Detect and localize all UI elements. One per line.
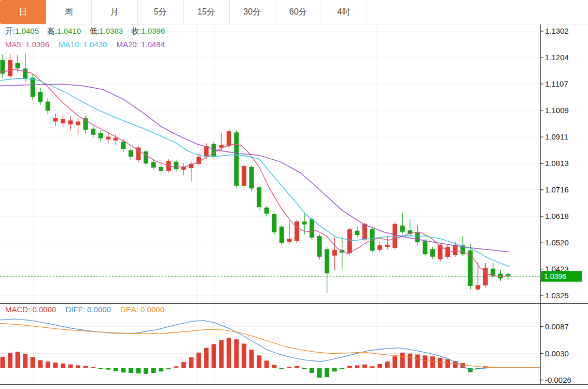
close-value: 1.0396 — [141, 26, 165, 35]
price-axis-label: 1.1204 — [545, 52, 586, 63]
macd-bar — [287, 367, 291, 368]
candle-body — [68, 120, 73, 124]
candle-body — [8, 60, 12, 76]
macd-axis-label: 0.0030 — [545, 349, 586, 359]
macd-bar — [23, 354, 27, 368]
macd-bar — [197, 353, 201, 368]
candle-body — [61, 119, 65, 123]
candle-body — [114, 138, 118, 141]
tab-period-2[interactable]: 月 — [92, 0, 138, 24]
macd-bar — [212, 344, 216, 368]
candle-body — [310, 219, 314, 238]
macd-bar — [302, 368, 307, 369]
candle-body — [212, 144, 216, 157]
tab-label: 5分 — [154, 7, 167, 18]
macd-bar — [166, 368, 171, 369]
macd-bar — [219, 340, 223, 368]
macd-bar — [76, 365, 80, 368]
candle-body — [249, 167, 254, 188]
candle-body — [46, 102, 50, 111]
ma-legend-item: MA10: 1.0430 — [59, 40, 107, 49]
candle-body — [317, 236, 322, 257]
macd-bar — [370, 366, 374, 368]
macd-bar — [31, 357, 35, 368]
macd-bar — [129, 368, 133, 373]
macd-bar — [393, 356, 397, 368]
open-value: 1.0405 — [15, 26, 39, 35]
macd-bar — [68, 365, 73, 368]
candle-body — [445, 247, 450, 257]
tab-period-0[interactable]: 日 — [0, 0, 46, 24]
macd-bar — [310, 368, 314, 373]
ma-legend-item: MA5: 1.0396 — [5, 40, 49, 49]
candle-body — [227, 131, 231, 146]
macd-bar — [340, 368, 344, 369]
chart-canvas[interactable] — [0, 0, 588, 389]
macd-bar — [46, 362, 50, 368]
macd-bar — [16, 352, 20, 368]
grid-layer — [0, 24, 540, 384]
price-axis-label: 1.1302 — [545, 26, 586, 36]
candle-body — [159, 167, 163, 171]
current-price-badge: 1.0396 — [541, 271, 582, 282]
price-axis-label: 1.0325 — [545, 290, 586, 301]
macd-legend-item: MACD: 0.0000 — [5, 305, 56, 314]
tab-period-4[interactable]: 15分 — [184, 0, 230, 24]
price-axis-label: 1.0618 — [545, 211, 586, 221]
tab-label: 日 — [19, 7, 27, 18]
candle-body — [295, 221, 299, 241]
candle-body — [38, 92, 43, 102]
high-value: 1.0410 — [57, 26, 81, 35]
close-label: 收: — [131, 26, 141, 35]
high-label: 高: — [47, 26, 57, 35]
tab-label: 周 — [64, 7, 73, 18]
ma-legend: MA5: 1.0396MA10: 1.0430MA20: 1.0484 — [5, 40, 174, 49]
macd-bar — [430, 356, 435, 368]
ma10-line — [0, 78, 509, 267]
candles-layer — [1, 53, 511, 293]
tab-period-5[interactable]: 30分 — [230, 0, 276, 24]
candle-body — [355, 231, 359, 235]
price-axis-label: 1.0813 — [545, 158, 586, 169]
tab-label: 15分 — [198, 7, 215, 18]
tab-period-3[interactable]: 5分 — [138, 0, 184, 24]
low-label: 低: — [89, 26, 99, 35]
candle-body — [325, 249, 329, 273]
macd-bar — [99, 368, 103, 369]
candle-body — [362, 224, 367, 240]
candle-body — [129, 150, 133, 157]
candle-body — [423, 241, 427, 254]
tab-period-1[interactable]: 周 — [46, 0, 92, 24]
macd-legend-item: DEA: 0.0000 — [120, 305, 164, 314]
macd-bar — [325, 368, 329, 377]
price-axis-label: 1.0520 — [545, 238, 586, 248]
ma5-line — [0, 70, 509, 276]
tab-label: 月 — [110, 7, 119, 18]
period-tab-bar: 日周月5分15分30分60分4时 — [0, 0, 588, 24]
candle-body — [23, 68, 27, 79]
macd-bar — [121, 368, 125, 372]
candle-body — [151, 162, 156, 168]
tab-period-6[interactable]: 60分 — [275, 0, 321, 24]
macd-bar — [377, 364, 382, 368]
macd-bar — [408, 354, 412, 368]
macd-bar — [400, 353, 405, 368]
candle-body — [121, 142, 125, 149]
macd-bar — [385, 362, 390, 368]
price-axis-label: 1.1009 — [545, 105, 586, 116]
candle-body — [99, 133, 103, 138]
macd-bar — [174, 366, 178, 368]
candle-body — [430, 249, 435, 257]
macd-bar — [8, 353, 12, 368]
candle-body — [302, 221, 307, 225]
tab-period-7[interactable]: 4时 — [321, 0, 368, 24]
macd-bar — [181, 362, 186, 368]
tab-label: 4时 — [338, 7, 351, 18]
macd-bar — [362, 365, 367, 368]
macd-bar — [279, 368, 284, 369]
candle-body — [287, 239, 291, 242]
price-axis-label: 1.1107 — [545, 79, 586, 89]
macd-bar — [264, 360, 269, 368]
macd-bar — [415, 354, 420, 368]
open-label: 开: — [5, 26, 15, 35]
